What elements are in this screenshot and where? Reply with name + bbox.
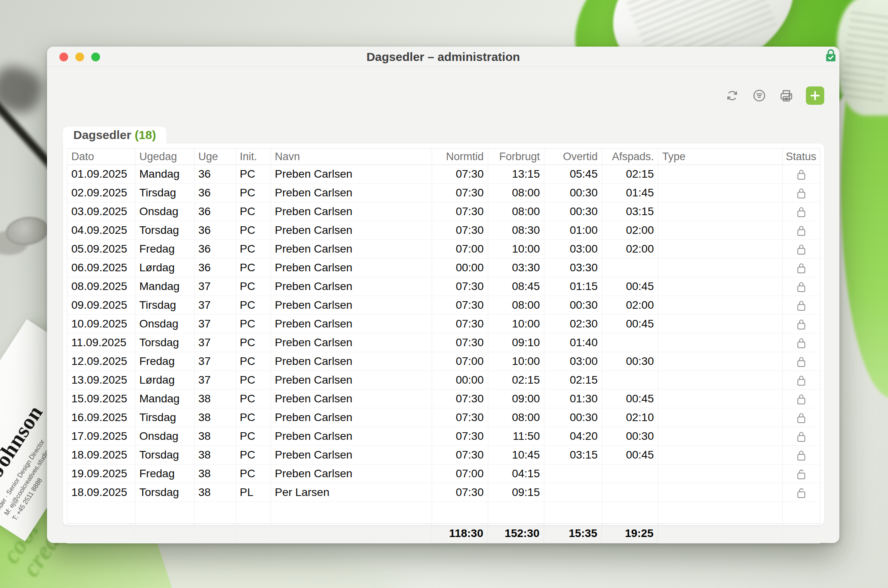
col-header-uge[interactable]: Uge [194, 149, 236, 165]
cell-navn: Preben Carlsen [271, 352, 432, 371]
cell-forbrugt: 08:00 [488, 296, 544, 315]
card-name-text: na Johnson [0, 401, 48, 505]
cell-type [658, 427, 782, 446]
cell-ugedag: Mandag [135, 277, 194, 296]
cell-afspads: 02:00 [602, 296, 658, 315]
col-header-navn[interactable]: Navn [271, 149, 432, 165]
cell-normtid: 00:00 [432, 259, 488, 277]
refresh-button[interactable] [725, 88, 740, 103]
table-body: 01.09.2025 Mandag 36 PC Preben Carlsen 0… [67, 165, 820, 502]
cell-afspads: 00:45 [602, 315, 658, 333]
cell-status [782, 390, 820, 408]
table-row[interactable]: 19.09.2025 Fredag 38 PC Preben Carlsen 0… [67, 465, 820, 483]
cell-ugedag: Tirsdag [135, 408, 194, 427]
cell-uge: 36 [194, 202, 236, 221]
cell-forbrugt: 04:15 [488, 465, 544, 483]
table-row[interactable]: 13.09.2025 Lørdag 37 PC Preben Carlsen 0… [67, 371, 820, 390]
cell-navn: Preben Carlsen [271, 221, 432, 240]
cell-status [782, 408, 820, 427]
filter-button[interactable] [752, 88, 767, 103]
tab-dagsedler[interactable]: Dagsedler (18) [63, 127, 166, 143]
cell-normtid: 00:00 [432, 371, 488, 390]
cell-afspads [602, 333, 658, 352]
col-header-type[interactable]: Type [658, 149, 782, 165]
cell-type [658, 465, 782, 483]
cell-afspads: 02:00 [602, 221, 658, 240]
cell-dato: 09.09.2025 [67, 296, 135, 315]
cell-uge: 37 [194, 315, 236, 333]
cell-init: PC [236, 296, 271, 315]
cell-status [782, 465, 820, 483]
col-header-init[interactable]: Init. [236, 149, 271, 165]
table-row[interactable]: 03.09.2025 Onsdag 36 PC Preben Carlsen 0… [67, 202, 820, 221]
lock-closed-icon [796, 449, 806, 462]
table-row[interactable]: 12.09.2025 Fredag 37 PC Preben Carlsen 0… [67, 352, 820, 371]
cell-init: PC [236, 221, 271, 240]
cell-type [658, 333, 782, 352]
table-row[interactable]: 01.09.2025 Mandag 36 PC Preben Carlsen 0… [67, 165, 820, 184]
add-button[interactable] [806, 86, 824, 105]
cell-init: PC [236, 315, 271, 333]
cell-dato: 16.09.2025 [67, 408, 135, 427]
cell-ugedag: Fredag [135, 240, 194, 259]
cell-init: PC [236, 465, 271, 483]
table-row[interactable]: 05.09.2025 Fredag 36 PC Preben Carlsen 0… [67, 240, 820, 259]
cell-init: PC [236, 240, 271, 259]
table-row[interactable]: 06.09.2025 Lørdag 36 PC Preben Carlsen 0… [67, 259, 820, 277]
cell-forbrugt: 09:00 [488, 390, 544, 408]
cell-overtid [544, 465, 602, 483]
col-header-ugedag[interactable]: Ugedag [135, 149, 194, 165]
table-row[interactable]: 15.09.2025 Mandag 38 PC Preben Carlsen 0… [67, 390, 820, 408]
cell-navn: Preben Carlsen [271, 259, 432, 277]
cell-type [658, 315, 782, 333]
cell-forbrugt: 10:00 [488, 315, 544, 333]
table-row[interactable]: 16.09.2025 Tirsdag 38 PC Preben Carlsen … [67, 408, 820, 427]
table-row[interactable]: 04.09.2025 Torsdag 36 PC Preben Carlsen … [67, 221, 820, 240]
print-button[interactable] [779, 88, 794, 103]
col-header-dato[interactable]: Dato [67, 149, 135, 165]
tab-label: Dagsedler [73, 128, 131, 142]
table-row[interactable]: 18.09.2025 Torsdag 38 PL Per Larsen 07:3… [67, 483, 820, 502]
total-overtid: 15:35 [544, 524, 601, 543]
table-row[interactable]: 02.09.2025 Tirsdag 36 PC Preben Carlsen … [67, 184, 820, 202]
cell-forbrugt: 02:15 [488, 371, 544, 390]
col-header-normtid[interactable]: Normtid [432, 149, 488, 165]
titlebar[interactable]: Dagsedler – administration [47, 47, 839, 67]
cell-init: PC [236, 259, 271, 277]
cell-uge: 38 [194, 408, 236, 427]
cell-type [658, 277, 782, 296]
cell-forbrugt: 08:30 [488, 221, 544, 240]
cell-normtid: 07:00 [432, 352, 488, 371]
cell-navn: Preben Carlsen [271, 277, 432, 296]
cell-dato: 05.09.2025 [67, 240, 135, 259]
col-header-afspads[interactable]: Afspads. [602, 149, 658, 165]
cell-overtid: 04:20 [544, 427, 602, 446]
table-row[interactable]: 10.09.2025 Onsdag 37 PC Preben Carlsen 0… [67, 315, 820, 333]
cell-navn: Per Larsen [271, 483, 432, 502]
lock-closed-icon [796, 374, 806, 387]
cell-type [658, 165, 782, 184]
cell-normtid: 07:30 [432, 165, 488, 184]
cell-dato: 12.09.2025 [67, 352, 135, 371]
col-header-status[interactable]: Status [782, 149, 820, 165]
desktop-background: cool creativ na Johnson nder · Senior De… [0, 0, 888, 588]
table-row[interactable]: 17.09.2025 Onsdag 38 PC Preben Carlsen 0… [67, 427, 820, 446]
cell-uge: 37 [194, 371, 236, 390]
col-header-overtid[interactable]: Overtid [544, 149, 602, 165]
table-row[interactable]: 08.09.2025 Mandag 37 PC Preben Carlsen 0… [67, 277, 820, 296]
cell-type [658, 446, 782, 465]
cell-type [658, 221, 782, 240]
total-forbrugt: 152:30 [487, 524, 544, 543]
cell-normtid: 07:30 [432, 483, 488, 502]
cell-uge: 36 [194, 221, 236, 240]
cell-navn: Preben Carlsen [271, 408, 432, 427]
table-row[interactable]: 11.09.2025 Torsdag 37 PC Preben Carlsen … [67, 333, 820, 352]
table-row[interactable]: 18.09.2025 Torsdag 38 PC Preben Carlsen … [67, 446, 820, 465]
cell-forbrugt: 10:45 [488, 446, 544, 465]
table-row[interactable]: 09.09.2025 Tirsdag 37 PC Preben Carlsen … [67, 296, 820, 315]
cell-type [658, 184, 782, 202]
cell-init: PC [236, 371, 271, 390]
cell-forbrugt: 13:15 [488, 165, 544, 184]
toolbar [725, 86, 824, 105]
col-header-forbrugt[interactable]: Forbrugt [488, 149, 544, 165]
